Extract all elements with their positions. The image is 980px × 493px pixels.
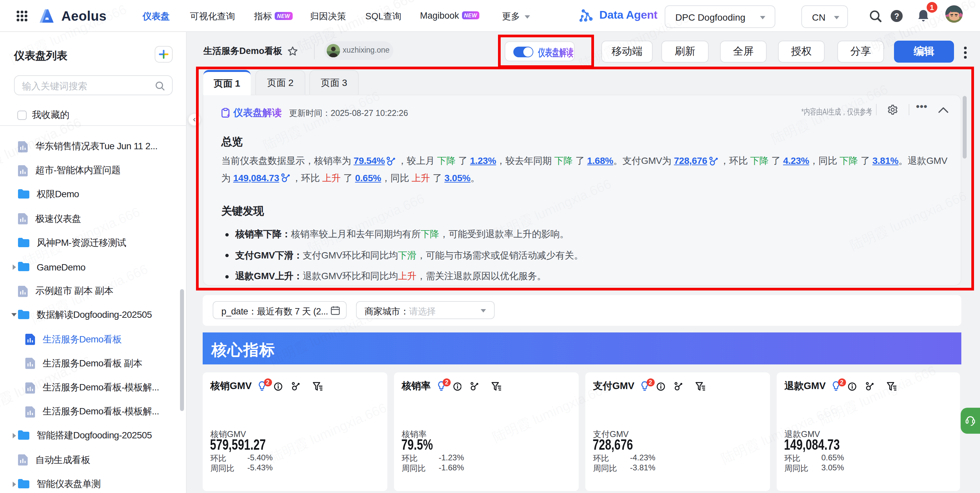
svg-text:?: ?: [894, 12, 899, 21]
